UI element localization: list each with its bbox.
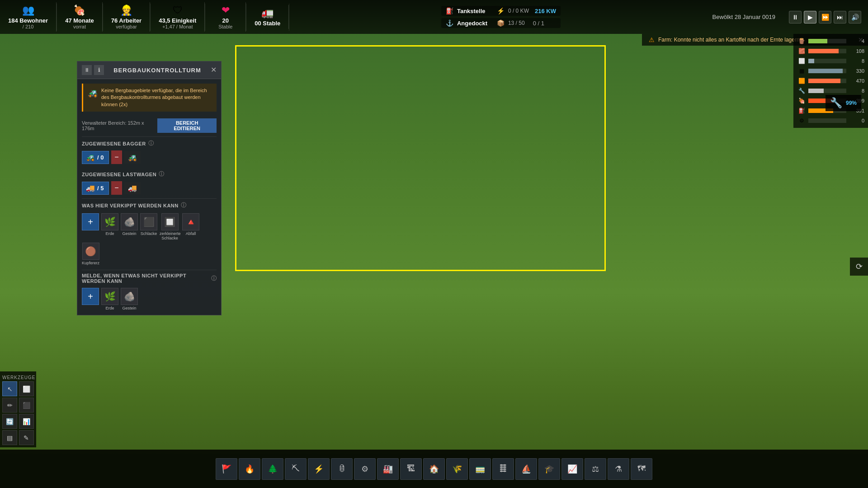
resource-tools: 🔧 8 (793, 86, 868, 96)
truck-minus-btn[interactable]: − (111, 181, 122, 195)
tb-gear-btn[interactable]: ⚙ (354, 458, 376, 480)
copper-bar (808, 79, 840, 83)
trucks-section-label: ZUGEWIESENE LASTWAGEN ⓘ (77, 168, 221, 180)
tool-stamp-btn[interactable]: ⬛ (19, 398, 34, 413)
power-value: 0 / 0 KW (508, 8, 529, 14)
dump-label-text: WAS HIER VERKIPPT WERDEN KANN (82, 203, 179, 208)
tb-tree-btn[interactable]: 🌲 (262, 458, 283, 480)
material-schlacke[interactable]: ⬛ Schlacke (140, 213, 157, 240)
copper-icon: 🟧 (797, 77, 806, 84)
abfall-label: Abfall (186, 231, 196, 236)
tb-boat-btn[interactable]: ⛵ (515, 458, 537, 480)
alert-material-gestein[interactable]: 🪨 Gestein (121, 288, 138, 310)
spare-value: 0 (849, 118, 864, 123)
planks-bar-container (808, 39, 846, 43)
panel-info-btn[interactable]: ℹ (94, 65, 104, 75)
tb-road-btn[interactable]: 🛤 (492, 458, 514, 480)
tb-balance-btn[interactable]: ⚖ (585, 458, 606, 480)
unity-icon: 🛡 (173, 5, 183, 16)
months-value: 47 Monate (65, 17, 94, 24)
tool-edit-btn[interactable]: ✎ (19, 430, 34, 445)
baggers-box: 🚜 / 0 (82, 151, 109, 164)
tool-chart-btn[interactable]: 📊 (19, 414, 34, 429)
material-gestein[interactable]: 🪨 Gestein (121, 213, 138, 240)
notification-icon: ⚠ (649, 36, 655, 43)
fast-forward-btn[interactable]: ⏩ (819, 11, 831, 23)
material-kupfererz[interactable]: 🟤 Kupfererz (82, 243, 99, 265)
residents-sub: / 210 (23, 24, 33, 29)
tools-panel: WERKZEUGE ↖ ⬜ ✏ ⬛ 🔄 📊 ▤ ✎ (0, 371, 36, 447)
alert-material-erde[interactable]: 🌿 Erde (101, 288, 118, 310)
vehicle-row-2[interactable]: ⚓ Angedockt 📦 13 / 50 0 / 1 (441, 18, 561, 28)
tb-building-btn[interactable]: 🏗 (400, 458, 422, 480)
area-label: Verwalteter Bereich: 152m x 176m (82, 120, 157, 131)
resource-iron: ▦ 330 (793, 66, 868, 76)
area-info: Verwalteter Bereich: 152m x 176m BEREICH… (77, 116, 221, 136)
area-edit-btn[interactable]: BEREICH EDITIEREN (157, 118, 217, 133)
play-btn[interactable]: ▶ (804, 11, 816, 23)
cargo-icon: 📦 (497, 19, 505, 27)
dump-info-icon[interactable]: ⓘ (181, 202, 187, 209)
hud-months: 🍖 47 Monate vorrat (57, 2, 103, 32)
material-abfall[interactable]: 🔺 Abfall (182, 213, 199, 240)
material-zerkleinerte[interactable]: 🔲 zerkleinerte Schlacke (160, 213, 180, 240)
truck-alt-icon: 🚚 (124, 182, 141, 194)
panel-pause-btn[interactable]: ⏸ (82, 65, 92, 75)
tb-school-btn[interactable]: 🎓 (538, 458, 560, 480)
alert-add-btn[interactable]: + (82, 288, 99, 310)
anchor-icon: ⚓ (446, 19, 453, 27)
workers-sub: verfügbar (116, 24, 137, 29)
tool-area-btn[interactable]: ⬜ (19, 381, 34, 396)
baggers-info-icon[interactable]: ⓘ (148, 140, 154, 147)
tb-chart2-btn[interactable]: 📈 (561, 458, 583, 480)
tb-map-btn[interactable]: 🗺 (631, 458, 652, 480)
tool-bulldoze-btn[interactable]: 🔄 (2, 414, 17, 429)
schlacke-label: Schlacke (141, 231, 157, 236)
transport-icon: 🚛 (261, 7, 274, 19)
tb-fire-btn[interactable]: 🔥 (239, 458, 260, 480)
repair-percent: 99% (846, 100, 857, 106)
hud-workers: 👷 76 Arbeiter verfügbar (103, 2, 150, 32)
tb-factory-btn[interactable]: 🏭 (377, 458, 399, 480)
tool-pencil-btn[interactable]: ✏ (2, 398, 17, 413)
copper-value: 470 (849, 78, 864, 84)
sound-btn[interactable]: 🔊 (849, 11, 861, 23)
resource-planks: 🪵 4 (793, 36, 868, 46)
tools-bar-container (808, 89, 846, 93)
tool-select-btn[interactable]: ↖ (2, 381, 17, 396)
stable-value: 20 (222, 17, 229, 24)
tb-energy-btn[interactable]: ⚡ (308, 458, 330, 480)
dump-add-btn[interactable]: + (82, 213, 99, 240)
resource-copper: 🟧 470 (793, 76, 868, 86)
tools-label: WERKZEUGE (2, 374, 34, 381)
dump-add-icon: + (82, 213, 99, 230)
panel-title: BERGBAUKONTROLLTURM (108, 67, 207, 74)
unity-value: 43,5 Einigkeit (159, 17, 196, 24)
panel-header: ⏸ ℹ BERGBAUKONTROLLTURM ✕ (77, 61, 221, 79)
material-erde[interactable]: 🌿 Erde (101, 213, 118, 240)
panel-close-btn[interactable]: ✕ (211, 66, 217, 74)
tool-layers-btn[interactable]: ▤ (2, 430, 17, 445)
bagger-minus-btn[interactable]: − (111, 150, 122, 164)
tb-flask-btn[interactable]: ⚗ (608, 458, 629, 480)
ultra-fast-btn[interactable]: ⏭ (834, 11, 846, 23)
tb-flag-btn[interactable]: 🚩 (216, 458, 237, 480)
alert-info-icon[interactable]: ⓘ (211, 275, 217, 282)
tb-wagon-btn[interactable]: 🚃 (469, 458, 491, 480)
truck-count: / 5 (97, 185, 104, 192)
tools-grid: ↖ ⬜ ✏ ⬛ 🔄 📊 ▤ ✎ (2, 381, 34, 445)
trucks-info-icon[interactable]: ⓘ (159, 170, 165, 178)
trucks-assignment-row: 🚚 / 5 − 🚚 (77, 180, 221, 198)
tb-house-btn[interactable]: 🏠 (423, 458, 445, 480)
pause-btn[interactable]: ⏸ (789, 11, 802, 23)
erde-label: Erde (105, 231, 114, 236)
tb-shovel-btn[interactable]: ⛏ (285, 458, 307, 480)
vehicle-row-1[interactable]: ⛽ Tankstelle ⚡ 0 / 0 KW 216 KW (441, 6, 561, 16)
trucks-box: 🚚 / 5 (82, 182, 109, 195)
vehicle-info-block: ⛽ Tankstelle ⚡ 0 / 0 KW 216 KW ⚓ Angedoc… (441, 6, 561, 28)
right-tool-btn[interactable]: ⟳ (850, 258, 868, 276)
tb-barrel-btn[interactable]: 🛢 (331, 458, 353, 480)
bricks-value: 108 (849, 48, 864, 54)
tb-farm-btn[interactable]: 🌾 (446, 458, 468, 480)
planks-value: 4 (849, 38, 864, 44)
